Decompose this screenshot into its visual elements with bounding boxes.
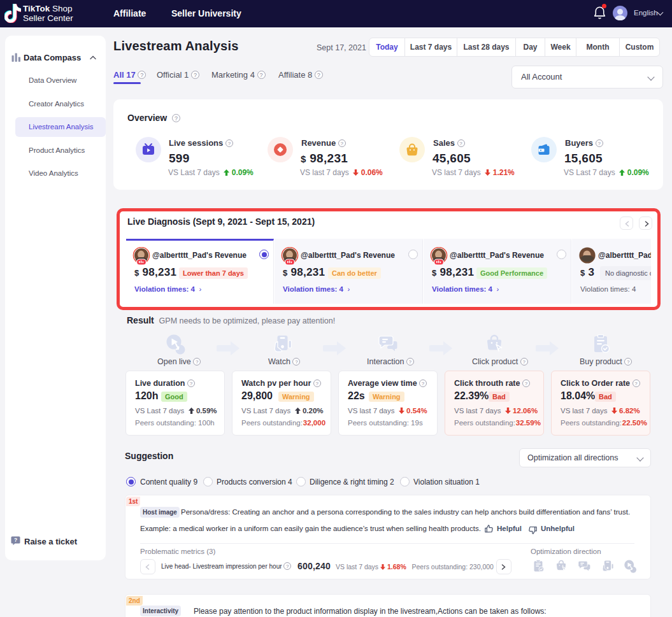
svg-text:?: ?	[14, 537, 17, 543]
